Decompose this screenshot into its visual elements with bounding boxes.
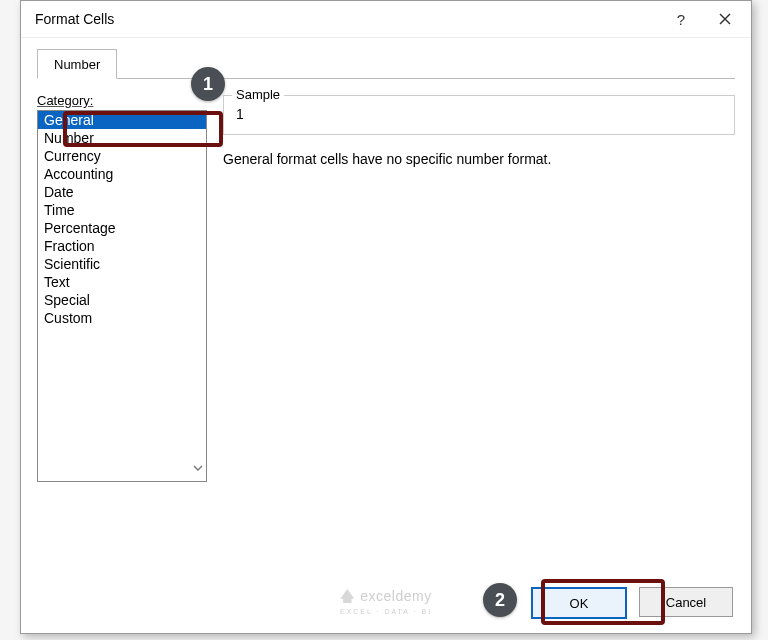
close-button[interactable]: [703, 3, 747, 35]
category-item-number[interactable]: Number: [38, 129, 206, 147]
brand-icon: [340, 589, 354, 603]
tab-number[interactable]: Number: [37, 49, 117, 79]
sample-value: 1: [234, 102, 724, 124]
category-item-text[interactable]: Text: [38, 273, 206, 291]
sample-label: Sample: [232, 87, 284, 102]
category-item-fraction[interactable]: Fraction: [38, 237, 206, 255]
category-item-general[interactable]: General: [38, 111, 206, 129]
watermark-brand: exceldemy: [360, 588, 431, 604]
category-label: Category:: [37, 93, 207, 108]
format-description: General format cells have no specific nu…: [223, 151, 735, 167]
category-item-currency[interactable]: Currency: [38, 147, 206, 165]
sample-groupbox: Sample 1: [223, 95, 735, 135]
tab-strip: Number: [37, 48, 735, 79]
annotation-step-1: 1: [191, 67, 225, 101]
category-item-custom[interactable]: Custom: [38, 309, 206, 327]
category-item-date[interactable]: Date: [38, 183, 206, 201]
dialog-buttons: OK Cancel: [531, 587, 733, 619]
format-cells-dialog: Format Cells ? Number Category: General …: [20, 0, 752, 634]
annotation-step-2: 2: [483, 583, 517, 617]
category-list[interactable]: General Number Currency Accounting Date …: [37, 110, 207, 482]
category-item-accounting[interactable]: Accounting: [38, 165, 206, 183]
help-button[interactable]: ?: [659, 3, 703, 35]
category-item-special[interactable]: Special: [38, 291, 206, 309]
watermark-tagline: EXCEL · DATA · BI: [340, 608, 432, 615]
dialog-body: Number Category: General Number Currency…: [21, 38, 751, 482]
cancel-button[interactable]: Cancel: [639, 587, 733, 617]
watermark: exceldemy EXCEL · DATA · BI: [340, 588, 432, 615]
close-icon: [719, 13, 731, 25]
category-item-scientific[interactable]: Scientific: [38, 255, 206, 273]
ok-button[interactable]: OK: [531, 587, 627, 619]
category-item-percentage[interactable]: Percentage: [38, 219, 206, 237]
titlebar: Format Cells ?: [21, 1, 751, 38]
chevron-down-icon[interactable]: [192, 461, 204, 475]
dialog-title: Format Cells: [35, 11, 659, 27]
category-item-time[interactable]: Time: [38, 201, 206, 219]
